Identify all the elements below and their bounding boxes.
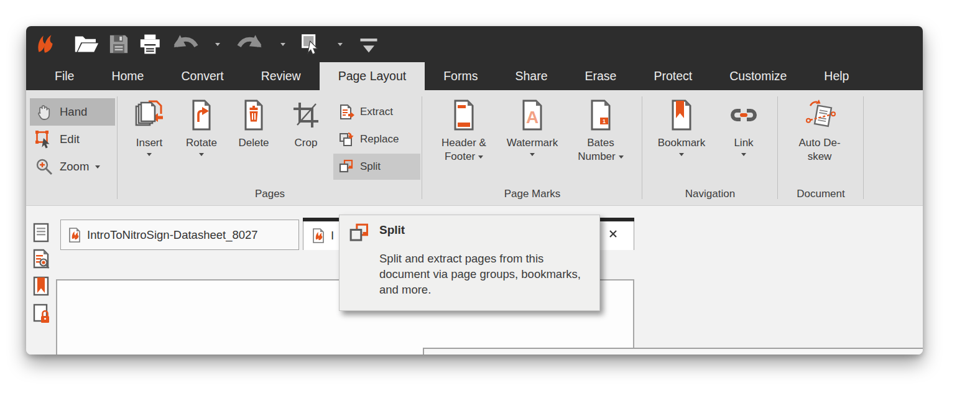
button-label: Bookmark [658,136,706,150]
chevron-down-icon [338,43,343,46]
group-label-page-marks: Page Marks [424,188,640,200]
bookmark-button[interactable]: Bookmark [647,99,716,156]
quick-access-toolbar [73,33,380,55]
app-window: File Home Convert Review Page Layout For… [26,26,923,355]
tab-erase[interactable]: Erase [566,62,635,90]
open-button[interactable] [73,33,99,55]
print-button[interactable] [138,33,162,55]
edit-tool-button[interactable]: Edit [30,126,115,153]
extract-pages-icon [338,104,354,120]
select-tool-button[interactable] [300,33,323,55]
auto-deskew-icon [803,99,836,131]
tool-label: Hand [60,105,87,119]
button-label: Bates Number [578,137,615,162]
rotate-button[interactable]: Rotate [177,99,226,156]
insert-pages-icon [133,99,165,131]
zoom-tool-button[interactable]: Zoom [30,153,115,180]
chevron-down-icon [95,165,100,169]
rotate-page-icon [185,99,218,131]
redo-dropdown-button[interactable] [274,33,292,55]
tab-review[interactable]: Review [243,62,320,90]
crop-icon [290,99,322,131]
button-label: Extract [360,106,393,118]
menu-tab-bar: File Home Convert Review Page Layout For… [26,62,923,90]
tab-convert[interactable]: Convert [162,62,242,90]
customize-quick-access-button[interactable] [358,33,380,55]
group-separator [863,96,864,199]
tab-customize[interactable]: Customize [711,62,805,90]
document-tab-title-fragment: I [331,229,339,243]
button-label: Rotate [186,136,217,150]
nitro-file-icon [68,228,81,243]
nitro-logo-icon [34,32,57,56]
link-button[interactable]: Auto De-skew Link [720,99,767,156]
group-label-pages: Pages [119,188,420,200]
document-tab[interactable]: IntroToNitroSign-Datasheet_8027 [60,220,299,250]
chevron-down-icon [199,153,204,156]
delete-button[interactable]: Delete [229,99,279,150]
ribbon: Hand Edit Zoom Insert [26,90,923,206]
watermark-letter: A [526,108,539,127]
group-label-document: Document [780,188,862,200]
security-panel-button[interactable] [31,303,51,325]
auto-deskew-button[interactable]: Auto De-skew [790,99,849,164]
zoom-icon [35,157,53,176]
button-label: Auto De-skew [790,136,849,164]
tab-page-layout[interactable]: Page Layout [320,62,425,90]
crop-button[interactable]: Crop [281,99,331,150]
button-label: Watermark [507,136,558,150]
pages-stack-buttons: Extract Replace Split [333,99,420,181]
chevron-down-icon [280,43,285,46]
tooltip-description: Split and extract pages from this docume… [379,251,592,297]
undo-button[interactable] [170,33,200,55]
chevron-down-icon [530,153,535,156]
split-button[interactable]: Split [333,154,420,180]
split-tooltip: Split Split and extract pages from this … [339,215,600,311]
header-footer-button[interactable]: Header & Footer [428,99,500,164]
tooltip-title: Split [379,223,405,237]
tab-file[interactable]: File [36,62,93,90]
header-footer-icon [448,99,480,131]
pages-panel-button[interactable] [31,222,51,244]
redo-button[interactable] [235,33,266,55]
chevron-down-icon [619,155,624,159]
group-separator [117,96,118,199]
button-label: Link [734,136,753,150]
link-icon [728,99,760,131]
edit-icon [35,130,53,149]
replace-button[interactable]: Replace [333,126,420,152]
search-panel-button[interactable] [31,248,51,271]
tab-close-button[interactable] [608,228,619,239]
bookmark-icon [665,99,698,131]
undo-dropdown-button[interactable] [208,33,227,55]
tool-label: Zoom [60,160,89,174]
watermark-button[interactable]: A Watermark [502,99,562,156]
button-label: Replace [360,133,399,146]
chevron-down-icon [478,155,483,159]
tab-help[interactable]: Help [805,62,867,90]
group-separator [422,96,422,199]
save-button[interactable] [108,33,130,55]
insert-button[interactable]: Insert [124,99,174,156]
tab-forms[interactable]: Forms [425,62,496,90]
bookmarks-panel-icon [31,276,51,298]
tab-protect[interactable]: Protect [635,62,711,90]
bates-digit: 1 [603,118,606,124]
button-label: Split [360,160,381,173]
button-label: Delete [238,136,269,150]
page-security-icon [31,303,51,325]
bookmarks-panel-button[interactable] [31,276,51,298]
tab-share[interactable]: Share [496,62,566,90]
page-pane [423,348,923,355]
bates-number-button[interactable]: 1 Bates Number [568,99,633,164]
nitro-file-icon [312,228,325,243]
chevron-down-icon [741,153,746,156]
tab-home[interactable]: Home [93,62,162,90]
select-tool-dropdown-button[interactable] [331,33,349,55]
hand-tool-button[interactable]: Hand [30,98,115,126]
document-tab-title: IntroToNitroSign-Datasheet_8027 [87,228,258,242]
button-label: Insert [136,136,163,150]
extract-button[interactable]: Extract [333,99,420,125]
watermark-icon: A [516,99,548,131]
page-search-icon [31,248,51,271]
